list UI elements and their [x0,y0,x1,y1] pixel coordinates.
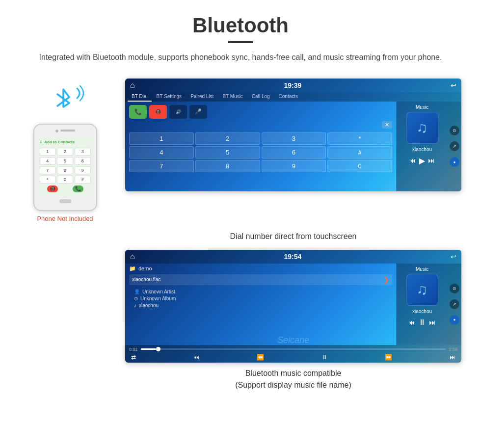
num-key-1[interactable]: 1 [129,132,194,145]
side-control-2[interactable]: ↗ [450,141,459,151]
car-screen-1: ⌂ 19:39 ↩ BT Dial BT Settings Paired Lis… [125,79,461,191]
num-key-0[interactable]: 0 [327,160,392,172]
track-details: 👤 Unknown Artist ⊙ Unknown Album ♪ xiaoc… [129,289,392,310]
dial-key: 3 [75,148,91,156]
dial-key: 6 [75,157,91,165]
num-key-4[interactable]: 4 [129,146,194,158]
plus-icon: + [40,139,43,145]
rewind-button[interactable]: ⏪ [257,354,264,361]
next-track-button-2[interactable]: ⏭ [429,318,436,326]
music-label-2: Music [416,266,428,272]
artist-row: 👤 Unknown Artist [134,289,176,294]
dial-key: # [75,176,91,184]
music-icon: ♪ [134,303,136,308]
pause-button[interactable]: ⏸ [418,318,426,327]
playback-controls: ⇄ ⏮ ⏪ ⏸ ⏩ ⏭ [129,354,457,361]
unknown-album: Unknown Album [140,296,176,301]
prev-button[interactable]: ⏮ [193,354,199,361]
tab-contacts[interactable]: Contacts [275,92,302,102]
file-row[interactable]: xiaochou.flac ❯ [129,274,392,285]
home-icon-2[interactable]: ⌂ [130,252,135,261]
person-icon: 👤 [134,289,140,294]
dial-key: 5 [57,157,73,165]
back-icon-2[interactable]: ↩ [451,253,456,261]
phone-dial-grid: 1 2 3 4 5 6 7 8 9 * 0 # [40,148,91,184]
track-name: xiaochou [139,303,159,308]
bottom-section: ⌂ 19:54 ↩ 📁 demo xiaochou.flac ❯ [0,250,481,408]
music-artist-name: xiaochou [412,147,432,152]
phone-screen-header: + Add to Contacts [40,139,91,145]
progress-bar-row: 0:01 2:59 [129,347,457,352]
side-controls: ⊙ ↗ ● [448,102,461,191]
num-key-hash[interactable]: # [327,146,392,158]
prev-track-button-2[interactable]: ⏮ [408,318,415,326]
side-control-2-3[interactable]: ● [450,315,459,325]
phone-area: + Add to Contacts 1 2 3 4 5 6 7 8 9 * 0 … [20,79,110,222]
dial-key: 9 [75,166,91,174]
num-key-9[interactable]: 9 [262,160,326,172]
side-control-1[interactable]: ⊙ [450,126,459,135]
music-panel: Music ♫ xiaochou ⏮ ▶ ⏭ [396,102,448,191]
progress-track[interactable] [141,348,446,350]
phone-home-button [59,199,71,203]
unknown-artist: Unknown Artist [142,289,175,294]
mute-button[interactable]: 🔊 [169,105,187,119]
num-key-star[interactable]: * [327,132,392,145]
music-controls: ⏮ ▶ ⏭ [409,156,435,165]
dial-area: 📞 📵 🔊 🎤 ✕ 1 2 3 * 4 [125,102,396,191]
prev-track-button[interactable]: ⏮ [409,157,416,164]
play-pause-button[interactable]: ⏸ [321,354,327,361]
dial-key: 2 [57,148,73,156]
home-icon[interactable]: ⌂ [130,81,135,90]
num-key-6[interactable]: 6 [262,146,326,158]
tab-bt-settings[interactable]: BT Settings [153,92,186,102]
bluetooth-icon-wrap [46,83,85,118]
car-screen-2: ⌂ 19:54 ↩ 📁 demo xiaochou.flac ❯ [125,250,461,363]
file-list-area: 📁 demo xiaochou.flac ❯ 👤 Unknown Artist [125,264,396,345]
phone-camera [55,130,58,132]
screen1-inner: ⌂ 19:39 ↩ BT Dial BT Settings Paired Lis… [125,79,461,191]
delete-button[interactable]: ✕ [382,121,392,129]
side-control-2-1[interactable]: ⊙ [450,284,459,293]
screen2-topbar: ⌂ 19:54 ↩ [125,250,461,264]
tab-call-log[interactable]: Call Log [248,92,274,102]
folder-row: 📁 demo [129,265,392,272]
num-key-3[interactable]: 3 [262,132,326,145]
end-call-button-screen[interactable]: 📵 [149,105,167,119]
num-key-8[interactable]: 8 [195,160,260,172]
answer-call-button[interactable]: 📞 [129,105,147,119]
next-button[interactable]: ⏭ [450,354,455,361]
progress-area: 0:01 2:59 ⇄ ⏮ ⏪ ⏸ ⏩ ⏭ [125,345,461,363]
caption2-line2: (Support display music file name) [125,379,461,391]
tab-paired-list[interactable]: Paired List [187,92,217,102]
phone-speaker [60,130,75,132]
shuffle-button[interactable]: ⇄ [131,354,136,361]
num-key-7[interactable]: 7 [129,160,194,172]
music-album-art-2: ♫ [406,274,438,306]
side-control-2-2[interactable]: ↗ [450,299,459,309]
side-control-3[interactable]: ● [450,157,459,167]
signal-waves-icon [63,83,85,103]
dial-key: 1 [40,148,56,156]
screen1-caption: Dial number direct from touchscreen [106,227,481,250]
side-controls-2: ⊙ ↗ ● [448,264,461,345]
next-track-button[interactable]: ⏭ [428,157,435,164]
tab-bt-dial[interactable]: BT Dial [128,92,152,102]
num-key-2[interactable]: 2 [195,132,260,145]
phone-action-row: 📵 📞 [40,185,91,192]
num-key-5[interactable]: 5 [195,146,260,158]
tab-bt-music[interactable]: BT Music [218,92,247,102]
play-button[interactable]: ▶ [419,156,425,165]
phone-not-included-label: Phone Not Included [37,215,93,222]
screen1-time: 19:39 [284,81,301,89]
dial-key: 8 [57,166,73,174]
back-icon[interactable]: ↩ [451,81,456,89]
title-divider [228,41,253,43]
mic-button[interactable]: 🎤 [189,105,207,119]
end-call-button: 📵 [47,185,58,192]
fast-forward-button[interactable]: ⏩ [385,354,392,361]
time-start: 0:01 [129,347,138,352]
progress-dot [156,347,160,351]
music-label: Music [416,105,428,110]
file-arrow-icon: ❯ [383,276,389,284]
